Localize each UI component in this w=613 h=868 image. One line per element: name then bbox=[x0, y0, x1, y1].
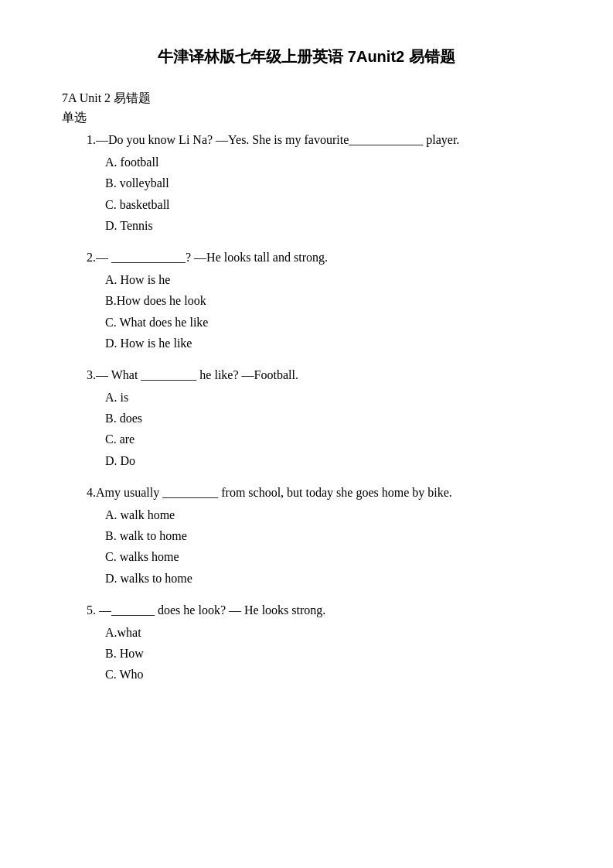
question-2-options: A. How is heB.How does he lookC. What do… bbox=[62, 269, 551, 354]
question-4-option-1: B. walk to home bbox=[62, 525, 551, 546]
question-5-option-1: B. How bbox=[62, 643, 551, 664]
question-2-option-2: C. What does he like bbox=[62, 312, 551, 333]
question-3: 3.— What _________ he like? —Football.A.… bbox=[62, 364, 551, 471]
question-1-text: 1.—Do you know Li Na? —Yes. She is my fa… bbox=[62, 129, 551, 150]
question-4-options: A. walk homeB. walk to homeC. walks home… bbox=[62, 504, 551, 589]
question-5-option-0: A.what bbox=[62, 622, 551, 643]
question-5: 5. —_______ does he look? — He looks str… bbox=[62, 600, 551, 685]
question-3-option-3: D. Do bbox=[62, 450, 551, 471]
question-4-option-0: A. walk home bbox=[62, 504, 551, 525]
page-title: 牛津译林版七年级上册英语 7Aunit2 易错题 bbox=[62, 46, 551, 67]
question-1-option-3: D. Tennis bbox=[62, 215, 551, 236]
question-5-text: 5. —_______ does he look? — He looks str… bbox=[62, 600, 551, 620]
questions-container: 1.—Do you know Li Na? —Yes. She is my fa… bbox=[62, 129, 551, 685]
question-1-option-0: A. football bbox=[62, 152, 551, 173]
question-2-option-3: D. How is he like bbox=[62, 333, 551, 354]
question-1-options: A. footballB. volleyballC. basketballD. … bbox=[62, 152, 551, 236]
question-2: 2.— ____________? —He looks tall and str… bbox=[62, 247, 551, 354]
question-5-option-2: C. Who bbox=[62, 664, 551, 685]
question-1-option-2: C. basketball bbox=[62, 194, 551, 215]
question-1: 1.—Do you know Li Na? —Yes. She is my fa… bbox=[62, 129, 551, 236]
question-3-option-2: C. are bbox=[62, 429, 551, 449]
question-2-option-1: B.How does he look bbox=[62, 290, 551, 311]
question-3-text: 3.— What _________ he like? —Football. bbox=[62, 364, 551, 385]
subtitle: 7A Unit 2 易错题 bbox=[62, 91, 551, 107]
question-2-option-0: A. How is he bbox=[62, 269, 551, 290]
question-4-option-3: D. walks to home bbox=[62, 568, 551, 589]
question-5-options: A.whatB. HowC. Who bbox=[62, 622, 551, 685]
question-4: 4.Amy usually _________ from school, but… bbox=[62, 482, 551, 589]
question-2-text: 2.— ____________? —He looks tall and str… bbox=[62, 247, 551, 268]
question-4-option-2: C. walks home bbox=[62, 546, 551, 567]
question-1-option-1: B. volleyball bbox=[62, 173, 551, 193]
section-label: 单选 bbox=[62, 110, 551, 126]
question-3-option-0: A. is bbox=[62, 387, 551, 408]
question-3-option-1: B. does bbox=[62, 408, 551, 429]
question-3-options: A. isB. doesC. areD. Do bbox=[62, 387, 551, 471]
question-4-text: 4.Amy usually _________ from school, but… bbox=[62, 482, 551, 503]
